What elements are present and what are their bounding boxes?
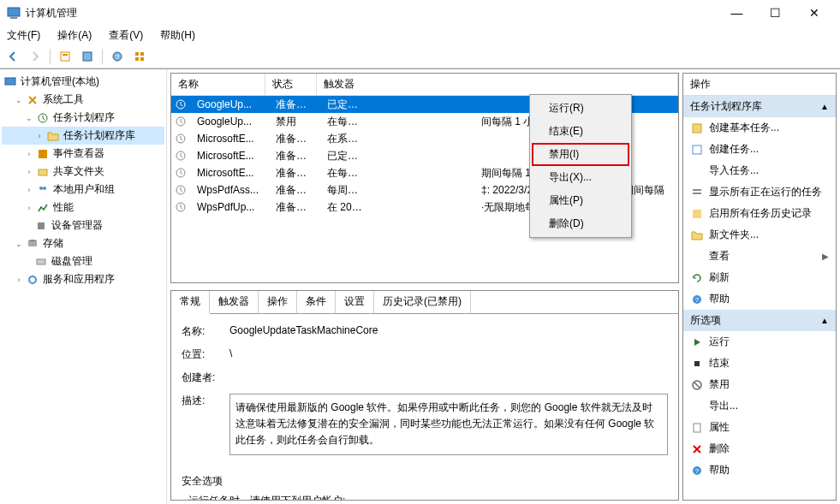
expand-icon[interactable]: › (24, 185, 34, 195)
action-button[interactable] (56, 47, 74, 66)
svg-rect-20 (37, 259, 45, 264)
close-button[interactable]: ✕ (795, 0, 833, 26)
expand-icon[interactable]: › (24, 167, 34, 177)
action-disable[interactable]: 禁用 (683, 374, 836, 395)
tree-shared[interactable]: › 共享文件夹 (2, 163, 164, 181)
folder-new-icon (690, 228, 704, 242)
svg-rect-17 (38, 222, 45, 229)
action-help[interactable]: ?帮助 (683, 288, 836, 310)
detail-location-value: \ (229, 347, 668, 362)
detail-location-label: 位置: (182, 347, 229, 362)
tree-root[interactable]: 计算机管理(本地) (2, 73, 164, 91)
task-name: GoogleUp... (190, 116, 269, 127)
context-delete[interactable]: 删除(D) (532, 212, 629, 235)
tree-users[interactable]: › 本地用户和组 (2, 181, 164, 199)
svg-rect-33 (693, 210, 701, 218)
task-state: 准备就绪 (269, 132, 320, 146)
action-run[interactable]: 运行 (683, 331, 836, 353)
action-props[interactable]: 属性 (683, 417, 836, 438)
svg-rect-38 (694, 424, 700, 432)
context-props[interactable]: 属性(P) (532, 189, 629, 212)
menu-view[interactable]: 查看(V) (105, 27, 146, 44)
task-trigger: 已定义多/ (320, 149, 372, 163)
action-create[interactable]: 创建任务... (683, 139, 836, 160)
expand-icon[interactable]: › (24, 203, 34, 213)
services-icon (26, 273, 39, 287)
maximize-button[interactable]: ☐ (756, 0, 795, 26)
tree-services[interactable]: › 服务和应用程序 (2, 270, 164, 288)
app-icon (7, 6, 21, 20)
svg-rect-13 (39, 150, 47, 158)
stop-icon (690, 357, 704, 371)
expand-icon[interactable]: › (34, 131, 45, 141)
users-icon (36, 183, 50, 197)
tree-disk[interactable]: 磁盘管理 (2, 252, 164, 270)
action-new-folder[interactable]: 新文件夹... (683, 224, 836, 246)
detail-desc-label: 描述: (182, 394, 229, 465)
svg-rect-10 (140, 57, 144, 61)
collapse-icon[interactable]: ⌄ (14, 95, 24, 105)
collapse-icon[interactable]: ⌄ (24, 113, 34, 123)
action-show-running[interactable]: 显示所有正在运行的任务 (683, 181, 836, 203)
action-create-basic[interactable]: 创建基本任务... (683, 117, 836, 139)
action-refresh[interactable]: 刷新 (683, 267, 836, 288)
expand-icon[interactable]: › (24, 149, 34, 159)
column-trigger[interactable]: 触发器 (317, 74, 678, 95)
properties-button[interactable] (78, 47, 97, 66)
tree-systools[interactable]: ⌄ 系统工具 (2, 91, 164, 109)
actions-title: 操作 (683, 74, 836, 96)
action-delete[interactable]: 删除 (683, 438, 836, 460)
actions-section-lib[interactable]: 任务计划程序库 ▲ (683, 96, 836, 117)
tab-general[interactable]: 常规 (171, 291, 210, 314)
toolbar: ? (0, 44, 840, 68)
action-end[interactable]: 结束 (683, 353, 836, 374)
back-button[interactable] (3, 47, 22, 66)
menu-help[interactable]: 帮助(H) (157, 27, 199, 44)
task-state: 准备就绪 (269, 166, 320, 181)
action-export[interactable]: 导出... (683, 395, 836, 417)
grid-button[interactable] (130, 47, 149, 66)
column-state[interactable]: 状态 (265, 74, 317, 95)
task-trigger: 每周的 星 (320, 183, 372, 198)
task-state: 禁用 (269, 115, 320, 129)
action-view[interactable]: 查看▶ (683, 246, 836, 267)
expand-icon[interactable]: › (14, 275, 24, 285)
menu-action[interactable]: 操作(A) (54, 27, 95, 44)
action-enable-history[interactable]: 启用所有任务历史记录 (683, 203, 836, 224)
tab-triggers[interactable]: 触发器 (210, 291, 259, 313)
tree-devices[interactable]: 设备管理器 (2, 216, 164, 234)
tab-conditions[interactable]: 条件 (297, 291, 336, 313)
tree-perf[interactable]: › 性能 (2, 199, 164, 216)
svg-text:?: ? (116, 53, 120, 61)
action-import[interactable]: 导入任务... (683, 160, 836, 181)
menu-file[interactable]: 文件(F) (3, 27, 44, 44)
tree-storage[interactable]: ⌄ 存储 (2, 234, 164, 252)
share-icon (36, 165, 50, 179)
context-disable[interactable]: 禁用(I) (532, 143, 629, 166)
tab-settings[interactable]: 设置 (336, 291, 374, 313)
titlebar: 计算机管理 — ☐ ✕ (0, 0, 840, 26)
forward-button[interactable] (26, 47, 45, 66)
context-export[interactable]: 导出(X)... (532, 166, 629, 189)
context-end[interactable]: 结束(E) (532, 120, 629, 143)
help-button[interactable]: ? (108, 47, 127, 66)
context-run[interactable]: 运行(R) (532, 97, 629, 120)
task-trigger: 已定义多个 (320, 98, 372, 112)
svg-point-16 (43, 187, 46, 190)
tree-scheduler[interactable]: ⌄ 任务计划程序 (2, 109, 164, 127)
column-name[interactable]: 名称 (171, 74, 265, 95)
svg-rect-29 (693, 124, 701, 133)
tab-actions[interactable]: 操作 (259, 291, 297, 313)
svg-rect-8 (140, 52, 144, 56)
detail-desc-value: 请确保使用最新版的 Google 软件。如果停用或中断此任务，则您的 Googl… (229, 394, 668, 455)
collapse-icon[interactable]: ⌄ (14, 239, 24, 249)
svg-point-15 (39, 187, 43, 190)
actions-section-selected[interactable]: 所选项 ▲ (683, 310, 836, 331)
tree-scheduler-lib[interactable]: › 任务计划程序库 (2, 127, 164, 145)
tree-eventviewer[interactable]: › 事件查看器 (2, 145, 164, 163)
play-icon (690, 335, 704, 349)
task-name: WpsPdfAss... (190, 184, 269, 196)
minimize-button[interactable]: — (718, 0, 756, 26)
action-help2[interactable]: ?帮助 (683, 460, 836, 481)
tab-history[interactable]: 历史记录(已禁用) (374, 291, 471, 313)
